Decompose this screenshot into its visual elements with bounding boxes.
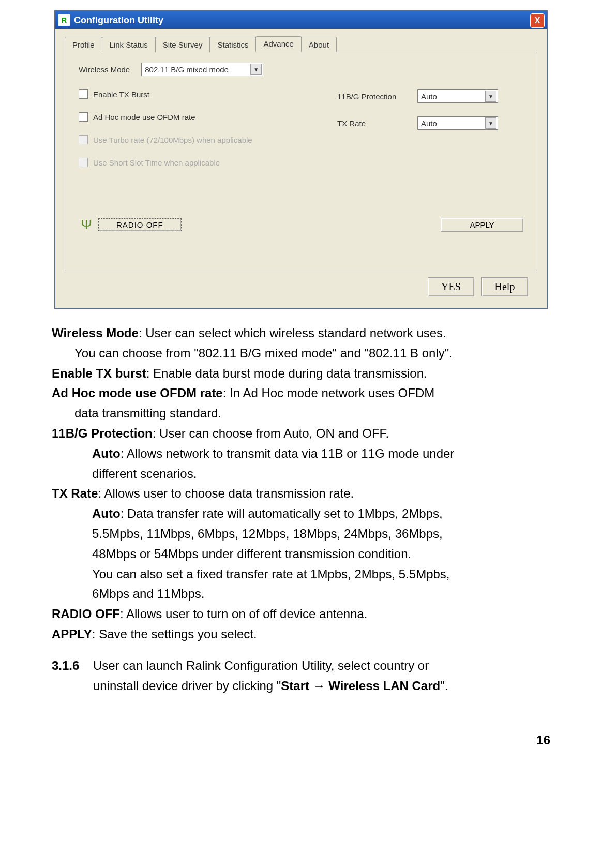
doc-text: : Enable data burst mode during data tra… xyxy=(146,366,427,380)
doc-wlan-term: Wireless LAN Card xyxy=(325,679,441,693)
tx-rate-dropdown[interactable]: Auto ▼ xyxy=(417,116,498,130)
doc-text: : User can select which wireless standar… xyxy=(139,326,446,340)
chevron-down-icon: ▼ xyxy=(485,91,496,102)
doc-text: : Data transfer rate will automatically … xyxy=(121,506,443,520)
close-button[interactable]: X xyxy=(530,13,545,28)
doc-text: : In Ad Hoc mode network uses OFDM xyxy=(223,386,435,400)
radio-off-button[interactable]: RADIO OFF xyxy=(98,218,182,231)
window-title: Configuration Utility xyxy=(74,15,163,26)
wireless-mode-dropdown[interactable]: 802.11 B/G mixed mode ▼ xyxy=(141,63,263,76)
doc-text: : Save the settings you select. xyxy=(92,627,257,641)
doc-text: uninstall device driver by clicking " xyxy=(93,679,281,693)
doc-radio-off-term: RADIO OFF xyxy=(52,607,120,621)
tab-link-status[interactable]: Link Status xyxy=(102,37,156,52)
doc-protection-term: 11B/G Protection xyxy=(52,426,153,440)
enable-tx-burst-checkbox[interactable] xyxy=(79,89,88,99)
arrow-icon: → xyxy=(313,679,325,693)
chevron-down-icon: ▼ xyxy=(250,64,262,75)
doc-text: User can launch Ralink Configuration Uti… xyxy=(93,659,429,672)
tab-about[interactable]: About xyxy=(301,37,337,52)
config-utility-window: R Configuration Utility X Profile Link S… xyxy=(54,10,548,309)
close-icon: X xyxy=(535,16,540,25)
ad-hoc-ofdm-checkbox[interactable] xyxy=(79,112,88,122)
tab-site-survey[interactable]: Site Survey xyxy=(155,37,210,52)
turbo-rate-label: Use Turbo rate (72/100Mbps) when applica… xyxy=(93,136,252,144)
doc-text: 5.5Mpbs, 11Mbps, 6Mbps, 12Mbps, 18Mbps, … xyxy=(92,527,443,541)
tab-profile[interactable]: Profile xyxy=(65,37,102,52)
doc-text: You can choose from "802.11 B/G mixed mo… xyxy=(74,346,453,360)
antenna-icon: Ψ xyxy=(79,217,94,232)
page-number: 16 xyxy=(52,733,550,747)
protection-value: Auto xyxy=(421,92,483,101)
doc-auto-term: Auto xyxy=(92,446,121,460)
tx-rate-value: Auto xyxy=(421,119,483,128)
doc-text: : Allows user to choose data transmissio… xyxy=(98,486,354,500)
app-icon: R xyxy=(58,14,70,26)
doc-text: 6Mbps and 11Mbps. xyxy=(92,587,204,601)
wireless-mode-value: 802.11 B/G mixed mode xyxy=(145,65,248,74)
doc-text: : Allows network to transmit data via 11… xyxy=(121,446,455,460)
protection-label: 11B/G Protection xyxy=(337,92,417,101)
doc-enable-tx-term: Enable TX burst xyxy=(52,366,146,380)
protection-dropdown[interactable]: Auto ▼ xyxy=(417,89,498,103)
doc-text: different scenarios. xyxy=(92,467,197,481)
doc-text: data transmitting standard. xyxy=(74,406,221,420)
help-button[interactable]: Help xyxy=(481,277,528,296)
apply-button[interactable]: APPLY xyxy=(441,218,523,232)
tab-strip: Profile Link Status Site Survey Statisti… xyxy=(65,36,537,52)
wireless-mode-label: Wireless Mode xyxy=(79,65,130,74)
chevron-down-icon: ▼ xyxy=(485,117,496,129)
doc-text: 48Mbps or 54Mbps under different transmi… xyxy=(92,547,411,561)
doc-text: : Allows user to turn on of off device a… xyxy=(120,607,368,621)
section-number: 3.1.6 xyxy=(52,657,93,697)
ad-hoc-ofdm-label: Ad Hoc mode use OFDM rate xyxy=(93,113,195,122)
short-slot-label: Use Short Slot Time when applicable xyxy=(93,158,220,167)
window-body: Profile Link Status Site Survey Statisti… xyxy=(55,29,547,308)
documentation-text: Wireless Mode: User can select which wir… xyxy=(52,324,550,697)
turbo-rate-checkbox xyxy=(79,135,88,144)
tab-advance[interactable]: Advance xyxy=(255,36,301,52)
doc-text: ". xyxy=(440,679,448,693)
doc-auto-term-2: Auto xyxy=(92,506,121,520)
yes-button[interactable]: YES xyxy=(428,277,474,296)
doc-apply-term: APPLY xyxy=(52,627,92,641)
doc-txrate-term: TX Rate xyxy=(52,486,98,500)
enable-tx-burst-label: Enable TX Burst xyxy=(93,90,149,99)
doc-adhoc-term: Ad Hoc mode use OFDM rate xyxy=(52,386,223,400)
titlebar: R Configuration Utility X xyxy=(55,11,547,29)
advance-panel: Wireless Mode 802.11 B/G mixed mode ▼ En… xyxy=(65,52,537,271)
doc-start-term: Start xyxy=(281,679,312,693)
tab-statistics[interactable]: Statistics xyxy=(209,37,256,52)
doc-wireless-mode-term: Wireless Mode xyxy=(52,326,139,340)
tx-rate-label: TX Rate xyxy=(337,119,417,128)
doc-text: You can also set a fixed transfer rate a… xyxy=(92,567,450,581)
short-slot-checkbox xyxy=(79,158,88,167)
dialog-buttons: YES Help xyxy=(65,271,537,303)
doc-text: : User can choose from Auto, ON and OFF. xyxy=(153,426,389,440)
